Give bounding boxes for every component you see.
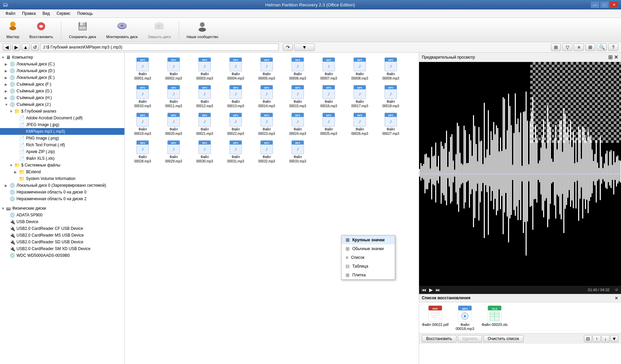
file-item-00029.mp3[interactable]: MP3 ♪ Файл00029.mp3: [158, 138, 189, 165]
tree-item-adobe[interactable]: ▶ 📄 Adobe Acrobat Document (.pdf): [0, 115, 124, 121]
tree-item-deep-analysis[interactable]: ▼ 📁 $ Глубокий анализ: [0, 108, 124, 115]
file-item-00016.mp3[interactable]: MP3 ♪ Файл00016.mp3: [314, 83, 344, 110]
toggle-system-files[interactable]: ▼: [9, 163, 14, 167]
file-item-00020.mp3[interactable]: MP3 ♪ Файл00020.mp3: [158, 111, 189, 138]
recovery-nav-2[interactable]: ↑: [593, 335, 601, 342]
tree-item-usb2-cf[interactable]: ▶ 🔌 USB2.0 CardReader CF USB Device: [0, 225, 124, 232]
file-item-00010.mp3[interactable]: MP3 ♪ Файл00010.mp3: [127, 83, 158, 110]
recovery-nav-1[interactable]: ⊟: [584, 335, 592, 342]
toggle-computer[interactable]: ▼: [1, 56, 6, 59]
file-item-00026.mp3[interactable]: MP3 ♪ Файл00026.mp3: [345, 111, 375, 138]
ctx-large-icons[interactable]: ⊞ Крупные значки: [342, 236, 395, 244]
toggle-removable-g[interactable]: ▶: [5, 89, 9, 93]
tree-item-png[interactable]: ▶ 📄 PNG Image (.png): [0, 135, 124, 142]
ctx-table[interactable]: ⊟ Таблица: [342, 262, 395, 271]
file-item-00006.mp3[interactable]: MP3 ♪ Файл00006.mp3: [283, 55, 313, 82]
ctx-tiles[interactable]: ⊞ Плитка: [342, 271, 395, 279]
close-button[interactable]: ✕: [610, 1, 618, 8]
tree-item-local-c[interactable]: ▶ 💿 Локальный диск (C:): [0, 61, 124, 67]
file-item-00027.mp3[interactable]: MP3 ♪ Файл00027.mp3: [376, 111, 406, 138]
tree-item-jpeg[interactable]: ▶ 📄 JPEG Image (.jpg): [0, 121, 124, 128]
wizard-button[interactable]: Мастер: [3, 19, 23, 40]
file-item-00004.mp3[interactable]: MP3 ♪ Файл00004.mp3: [220, 55, 251, 82]
ctx-normal-icons[interactable]: ⊞ Обычные значки: [342, 244, 395, 253]
file-item-00025.mp3[interactable]: MP3 ♪ Файл00025.mp3: [314, 111, 344, 138]
address-input[interactable]: [40, 43, 279, 51]
settings-icon[interactable]: ⚙: [615, 288, 618, 292]
toggle-removable-j[interactable]: ▼: [5, 103, 9, 107]
file-item-00030.mp3[interactable]: MP3 ♪ Файл00030.mp3: [189, 138, 220, 165]
tree-item-unallocated-0[interactable]: ▶ 💿 Неразмеченная область 0 на диске 0: [0, 189, 124, 195]
tree-item-extend[interactable]: ▶ 📁 $Extend: [0, 169, 124, 175]
file-item-00002.mp3[interactable]: MP3 ♪ Файл00002.mp3: [158, 55, 189, 82]
delete-files-button[interactable]: Удалить: [458, 335, 482, 342]
toggle-local-c[interactable]: ▶: [5, 62, 9, 66]
mount-disk-button[interactable]: Монтировать диск: [102, 19, 141, 40]
refresh-button[interactable]: ↺: [31, 43, 39, 51]
file-item-00005.mp3[interactable]: MP3 ♪ Файл00005.mp3: [252, 55, 282, 82]
tree-item-usb2-ms[interactable]: ▶ 🔌 USB2.0 CardReader MS USB Device: [0, 232, 124, 239]
tree-item-local-0[interactable]: ▶ 💿 Локальный диск 0 (Зарезервировано си…: [0, 182, 124, 189]
file-item-00009.mp3[interactable]: MP3 ♪ Файл00009.mp3: [376, 55, 406, 82]
recovery-nav-3[interactable]: ↓: [601, 335, 610, 342]
tree-item-physical-disks[interactable]: ▼ 🖴 Физические диски: [0, 205, 124, 212]
tree-item-kmplayer[interactable]: ▶ 🎵 KMPlayer.mp3 (.mp3): [0, 128, 124, 135]
tree-item-local-e[interactable]: ▶ 💿 Локальный диск (E:): [0, 74, 124, 81]
grid-view-button[interactable]: ⊞: [585, 43, 595, 51]
menu-view[interactable]: Вид: [40, 10, 53, 17]
tree-item-unallocated-2[interactable]: ▶ 💿 Неразмеченная область 0 на диске 2: [0, 195, 124, 202]
file-item-00015.mp3[interactable]: MP3 ♪ Файл00015.mp3: [283, 83, 313, 110]
tree-item-adata[interactable]: ▶ 💿 ADATA SP900: [0, 212, 124, 218]
clear-list-button[interactable]: Очистить список: [483, 335, 524, 342]
tree-item-computer[interactable]: ▼ 🖥 Компьютер: [0, 54, 124, 61]
file-item-00024.mp3[interactable]: MP3 ♪ Файл00024.mp3: [283, 111, 313, 138]
tree-item-local-d[interactable]: ▶ 💿 Локальный диск (D:): [0, 67, 124, 74]
tree-item-rtf[interactable]: ▶ 📄 Rich Text Format (.rtf): [0, 142, 124, 148]
tree-item-removable-g[interactable]: ▶ 💿 Съёмный диск (G:): [0, 88, 124, 94]
file-item-00021.mp3[interactable]: MP3 ♪ Файл00021.mp3: [189, 111, 220, 138]
ctx-list[interactable]: ≡ Список: [342, 253, 395, 262]
file-item-00011.mp3[interactable]: MP3 ♪ Файл00011.mp3: [158, 83, 189, 110]
file-item-00008.mp3[interactable]: MP3 ♪ Файл00008.mp3: [345, 55, 375, 82]
toggle-extend[interactable]: ▶: [14, 170, 19, 174]
play-next-button[interactable]: ⏭: [436, 287, 440, 293]
file-item-00018.mp3[interactable]: MP3 ♪ Файл00018.mp3: [376, 83, 406, 110]
tree-item-removable-f[interactable]: ▶ 💿 Съёмный диск (F:): [0, 81, 124, 88]
maximize-button[interactable]: □: [600, 1, 609, 8]
toggle-local-d[interactable]: ▶: [5, 69, 9, 73]
view-options-button[interactable]: ⊞: [551, 43, 561, 51]
toggle-local-0[interactable]: ▶: [5, 184, 9, 187]
tree-item-system-files[interactable]: ▼ 📁 $ Системные файлы: [0, 162, 124, 169]
up-button[interactable]: ▲: [22, 43, 30, 51]
file-item-00012.mp3[interactable]: MP3 ♪ Файл00012.mp3: [189, 83, 220, 110]
file-item-00007.mp3[interactable]: MP3 ♪ Файл00007.mp3: [314, 55, 344, 82]
file-item-00001.mp3[interactable]: MP3 ♪ Файл00001.mp3: [127, 55, 158, 82]
recovery-nav-4[interactable]: ▼: [610, 335, 618, 342]
filter-button[interactable]: ▽: [562, 43, 572, 51]
file-item-00017.mp3[interactable]: MP3 ♪ Файл00017.mp3: [345, 83, 375, 110]
tree-item-wdc[interactable]: ▶ 💿 WDC WD5000AADS-00S9B0: [0, 252, 124, 259]
toggle-deep-analysis[interactable]: ▼: [9, 110, 14, 113]
restore-button[interactable]: Восстановить: [26, 19, 57, 40]
community-button[interactable]: Наше сообщество: [183, 19, 222, 40]
file-item-00019.mp3[interactable]: MP3 ♪ Файл00019.mp3: [127, 111, 158, 138]
recovery-item-mp3[interactable]: MP3 ♪ Файл 00018.mp3: [451, 305, 478, 331]
file-item-00013.mp3[interactable]: MP3 ♪ Файл00013.mp3: [220, 83, 251, 110]
tree-item-system-volume[interactable]: ▶ 📁 System Volume Information: [0, 175, 124, 182]
toggle-removable-h[interactable]: ▶: [5, 96, 9, 100]
menu-edit[interactable]: Правка: [20, 10, 39, 17]
back-button[interactable]: ◀: [3, 43, 11, 51]
save-disk-button[interactable]: Сохранить диск: [65, 19, 100, 40]
file-item-00033.mp3[interactable]: MP3 ♪ Файл00033.mp3: [283, 138, 313, 165]
search-button[interactable]: 🔍: [597, 43, 607, 51]
tree-item-removable-j[interactable]: ▼ 💿 Съёмный диск (J:): [0, 101, 124, 108]
tree-item-usb-device[interactable]: ▶ 🔌 USB Device: [0, 218, 124, 225]
restore-files-button[interactable]: Восстановить: [422, 335, 456, 342]
recovery-list-close-button[interactable]: ✕: [615, 296, 618, 301]
menu-service[interactable]: Сервис: [54, 10, 73, 17]
toggle-removable-f[interactable]: ▶: [5, 83, 9, 86]
tree-item-xls[interactable]: ▶ 📄 Файл XLS (.xls): [0, 155, 124, 162]
file-item-00028.mp3[interactable]: MP3 ♪ Файл00028.mp3: [127, 138, 158, 165]
toggle-local-e[interactable]: ▶: [5, 76, 9, 80]
file-item-00031.mp3[interactable]: MP3 ♪ Файл00031.mp3: [220, 138, 251, 165]
